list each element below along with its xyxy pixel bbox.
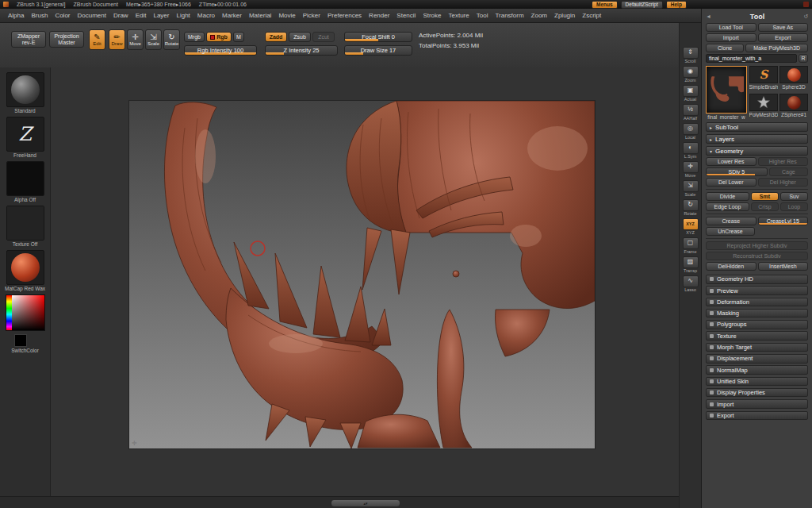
menu-item[interactable]: Zplugin [554,12,575,19]
tool-section-header[interactable]: Deformation [706,298,808,307]
tool-section-header[interactable]: NormalMap [706,365,808,375]
geometry-section-header[interactable]: ▾ Geometry [706,146,808,156]
crisp-toggle[interactable]: Crisp [751,202,779,211]
tool-section-header[interactable]: Polygroups [706,320,808,329]
lasso-icon[interactable]: ∿ [683,275,699,287]
default-zscript-button[interactable]: DefaultZScript [621,1,663,9]
collapse-icon[interactable]: ◄ [706,13,711,19]
tool-slot[interactable]: Sphere3D [779,66,808,92]
zcut-button[interactable]: Zcut [312,32,335,42]
stroke-selector[interactable]: Z FreeHand [6,117,44,158]
sdiv-slider[interactable]: SDiv 5 [706,167,768,176]
actual-size-icon[interactable]: ▣ [683,85,699,97]
switch-color-swatch[interactable] [14,334,27,347]
menu-item[interactable]: Document [78,12,106,19]
save-as-button[interactable]: Save As [758,23,809,32]
zadd-button[interactable]: Zadd [265,32,287,42]
tool-name-field[interactable]: final_monster_with_a [706,54,797,63]
tool-section-header[interactable]: Unified Skin [706,377,808,387]
xyz-axis-icon[interactable]: XYZ [683,218,699,230]
draw-button[interactable]: ✏ Draw [109,29,125,50]
tool-section-header[interactable]: Import [706,399,808,409]
local-icon[interactable]: ◎ [683,123,699,135]
transparency-icon[interactable]: ▨ [683,256,699,268]
tool-section-header[interactable]: Texture [706,331,808,341]
zsub-button[interactable]: Zsub [289,32,311,42]
menu-item[interactable]: Macro [197,12,215,19]
menu-item[interactable]: Edit [136,12,147,19]
brush-thumbnail[interactable] [6,72,44,107]
menu-item[interactable]: Marker [222,12,242,19]
focal-shift-slider[interactable]: Focal Shift 0 [344,32,412,42]
m-button[interactable]: M [233,32,244,42]
menu-item[interactable]: Tool [477,12,488,19]
tool-section-header[interactable]: Preview [706,286,808,295]
menu-item[interactable]: Texture [449,12,469,19]
zsphere-thumbnail[interactable] [779,94,808,111]
menu-item[interactable]: Light [176,12,190,19]
scale-gyro-icon[interactable]: ⇲ [683,180,699,192]
menu-item[interactable]: Color [55,12,70,19]
suv-toggle[interactable]: Suv [780,192,808,201]
texture-selector[interactable]: Texture Off [6,206,44,247]
edge-loop-button[interactable]: Edge Loop [706,202,749,211]
del-lower-button[interactable]: Del Lower [706,178,756,187]
right-shelf-item[interactable]: ∿ Lasso [682,275,699,292]
import-button[interactable]: Import [706,33,756,42]
right-shelf-item[interactable]: ½ AAHalf [682,104,699,121]
sphere3d-thumbnail[interactable] [779,66,808,83]
menu-item[interactable]: Preferences [327,12,362,19]
right-shelf-item[interactable]: ↻ Rotate [682,199,699,216]
higher-res-button[interactable]: Higher Res [758,157,809,166]
layers-section-header[interactable]: ▸ Layers [706,134,808,144]
lsym-icon[interactable]: ◐ [683,142,699,154]
stroke-thumbnail[interactable]: Z [6,117,44,152]
right-shelf-item[interactable]: ⇕ Scroll [682,47,699,64]
rgb-intensity-slider[interactable]: Rgb Intensity 100 [184,45,257,56]
export-button[interactable]: Export [758,33,809,42]
menu-item[interactable]: Picker [303,12,320,19]
tool-section-header[interactable]: Geometry HD [706,275,808,284]
loop-toggle[interactable]: Loop [780,202,808,211]
mrgb-button[interactable]: Mrgb [184,32,205,42]
horizontal-scrollbar[interactable]: ▴▾ [331,499,400,507]
material-thumbnail[interactable] [6,250,44,285]
menu-item[interactable]: Stroke [423,12,441,19]
color-picker-gradient[interactable] [6,294,45,331]
menus-button[interactable]: Menus [592,1,618,9]
help-button[interactable]: Help [666,1,687,9]
right-shelf-item[interactable]: ◎ Local [682,123,699,140]
switch-color[interactable]: SwitchColor [11,334,39,353]
menu-item[interactable]: Zoom [531,12,547,19]
tool-slot[interactable]: S SimpleBrush [749,66,778,92]
simplebrush-thumbnail[interactable]: S [749,66,778,83]
active-tool-thumbnail[interactable] [706,66,747,114]
hue-strip[interactable] [6,295,12,330]
smt-toggle[interactable]: Smt [751,192,779,201]
menu-item[interactable]: Render [369,12,389,19]
z-intensity-slider[interactable]: Z Intensity 25 [265,45,338,56]
right-shelf-item[interactable]: ▢ Frame [682,237,699,254]
right-shelf-item[interactable]: ✛ Move [682,161,699,178]
tool-section-header[interactable]: Masking [706,309,808,318]
alpha-thumbnail[interactable] [6,161,44,196]
menu-item[interactable]: Alpha [8,12,24,19]
insert-mesh-button[interactable]: InsertMesh [758,262,809,271]
right-shelf-item[interactable]: ▣ Actual [682,85,699,102]
tool-section-header[interactable]: Displacement [706,354,808,364]
canvas-area[interactable]: ✛ [51,67,679,496]
right-shelf-item[interactable]: ◐ L.Sym [682,142,699,159]
material-selector[interactable]: MatCap Red Wax [5,250,45,291]
crease-button[interactable]: Crease [706,217,756,225]
right-shelf-item[interactable]: XYZ XYZ [682,218,699,235]
move-gyro-icon[interactable]: ✛ [683,161,699,173]
menu-item[interactable]: Transform [495,12,523,19]
del-hidden-button[interactable]: DelHidden [706,262,756,271]
edit-button[interactable]: ✎ Edit [89,29,105,50]
menu-item[interactable]: Zscript [582,12,601,19]
tool-slot[interactable]: PolyMesh3D [749,94,778,120]
make-polymesh3d-button[interactable]: Make PolyMesh3D [745,44,808,52]
zbrush-document[interactable]: ✛ [129,101,595,448]
menu-item[interactable]: Layer [153,12,169,19]
polymesh3d-thumbnail[interactable] [749,94,778,111]
